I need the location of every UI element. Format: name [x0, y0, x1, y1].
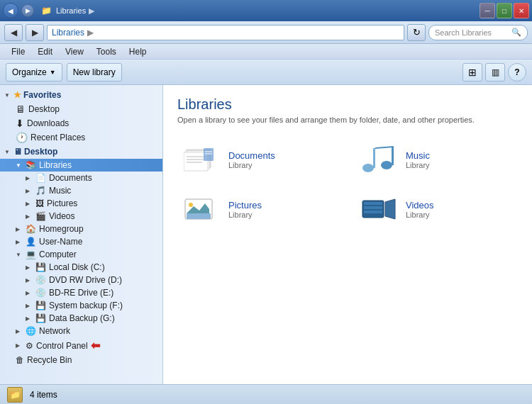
address-path[interactable]: Libraries ▶ — [47, 25, 404, 40]
title-back-btn[interactable]: ◀ — [3, 3, 18, 18]
organize-label: Organize — [12, 67, 47, 77]
system-backup-icon: 💾 — [35, 301, 46, 310]
sidebar-item-videos[interactable]: ▶ 🎬 Videos — [0, 210, 162, 223]
sidebar-item-control-panel[interactable]: ▶ ⚙ Control Panel ⬅ — [0, 337, 162, 354]
sidebar-item-music[interactable]: ▶ 🎵 Music — [0, 184, 162, 197]
username-expand-icon: ▶ — [16, 239, 23, 245]
menu-help[interactable]: Help — [123, 45, 153, 58]
view-icon: ⊞ — [468, 67, 477, 78]
sidebar-item-computer[interactable]: ▼ 💻 Computer — [0, 248, 162, 261]
library-item-videos[interactable]: Videos Library — [355, 188, 518, 230]
sidebar-item-downloads[interactable]: ⬇ Downloads — [0, 116, 162, 130]
recent-places-label: Recent Places — [31, 133, 85, 142]
favorites-header[interactable]: ▼ ★ Favorites — [0, 88, 162, 102]
organize-arrow: ▼ — [50, 69, 56, 76]
sidebar-item-documents[interactable]: ▶ 📄 Documents — [0, 172, 162, 184]
window-title-text: Libraries — [56, 6, 86, 15]
svg-point-10 — [381, 161, 392, 169]
documents-lib-name: Documents — [228, 150, 275, 161]
sidebar-item-dvd-drive[interactable]: ▶ 💿 DVD RW Drive (D:) — [0, 274, 162, 286]
pictures-library-icon — [183, 193, 220, 225]
svg-point-17 — [189, 203, 193, 207]
minimize-button[interactable]: ─ — [480, 3, 495, 18]
title-bar: ◀ ▶ 📁 Libraries ▶ ─ □ ✕ — [0, 0, 532, 21]
sidebar-item-bd-drive[interactable]: ▶ 💿 BD-RE Drive (E:) — [0, 286, 162, 299]
sidebar-item-desktop[interactable]: 🖥 Desktop — [0, 102, 162, 116]
menu-tools[interactable]: Tools — [91, 45, 122, 58]
svg-rect-21 — [364, 206, 382, 209]
sidebar-item-local-disk[interactable]: ▶ 💾 Local Disk (C:) — [0, 261, 162, 274]
refresh-icon: ↻ — [413, 27, 421, 38]
favorites-star-icon: ★ — [13, 90, 21, 100]
dvd-expand-icon: ▶ — [26, 277, 33, 284]
back-button[interactable]: ◀ — [4, 24, 23, 41]
user-icon: 👤 — [26, 237, 36, 247]
documents-lib-info: Documents Library — [228, 150, 275, 169]
close-button[interactable]: ✕ — [514, 3, 529, 18]
favorites-expand-icon: ▼ — [4, 92, 11, 99]
organize-button[interactable]: Organize ▼ — [6, 63, 62, 82]
music-expand-icon: ▶ — [26, 188, 33, 194]
desktop-section: ▼ 🖥 Desktop ▼ 📚 Libraries ▶ 📄 Documents … — [0, 145, 162, 366]
music-lib-name: Music — [406, 150, 430, 161]
svg-rect-12 — [392, 147, 394, 165]
videos-icon: 🎬 — [35, 211, 46, 221]
sidebar-item-username[interactable]: ▶ 👤 User-Name — [0, 235, 162, 248]
sidebar-item-libraries[interactable]: ▼ 📚 Libraries — [0, 159, 162, 172]
menu-view[interactable]: View — [60, 45, 89, 58]
menu-edit[interactable]: Edit — [32, 45, 58, 58]
sidebar: ▼ ★ Favorites 🖥 Desktop ⬇ Downloads 🕐 Re… — [0, 85, 163, 384]
desktop-header[interactable]: ▼ 🖥 Desktop — [0, 145, 162, 159]
path-label: Libraries — [52, 28, 84, 38]
sidebar-item-data-backup[interactable]: ▶ 💾 Data Backup (G:) — [0, 312, 162, 325]
videos-lib-name: Videos — [406, 200, 434, 211]
svg-rect-22 — [364, 211, 382, 213]
libraries-expand-icon: ▼ — [16, 162, 23, 169]
forward-button[interactable]: ▶ — [26, 24, 44, 41]
sidebar-item-homegroup[interactable]: ▶ 🏠 Homegroup — [0, 223, 162, 235]
local-disk-label: Local Disk (C:) — [49, 262, 105, 272]
library-item-music[interactable]: Music Library — [355, 138, 518, 181]
videos-library-icon — [360, 193, 397, 225]
network-label: Network — [39, 326, 70, 336]
svg-marker-19 — [385, 199, 395, 219]
new-library-button[interactable]: New library — [67, 63, 122, 82]
documents-icon: 📄 — [35, 173, 46, 183]
pictures-icon: 🖼 — [35, 198, 44, 208]
homegroup-label: Homegroup — [39, 224, 84, 234]
music-lib-info: Music Library — [406, 150, 430, 169]
maximize-button[interactable]: □ — [497, 3, 512, 18]
documents-expand-icon: ▶ — [26, 175, 33, 181]
computer-icon: 💻 — [26, 249, 36, 259]
sidebar-item-system-backup[interactable]: ▶ 💾 System backup (F:) — [0, 299, 162, 312]
refresh-button[interactable]: ↻ — [407, 24, 426, 41]
sidebar-item-network[interactable]: ▶ 🌐 Network — [0, 325, 162, 337]
sidebar-item-recent-places[interactable]: 🕐 Recent Places — [0, 130, 162, 145]
content-pane: Libraries Open a library to see your fil… — [163, 85, 532, 384]
view-toggle-button[interactable]: ⊞ — [462, 63, 482, 82]
sidebar-item-recycle-bin[interactable]: 🗑 Recycle Bin — [0, 354, 162, 366]
library-item-pictures[interactable]: Pictures Library — [177, 188, 340, 230]
data-backup-icon: 💾 — [35, 313, 46, 323]
bd-label: BD-RE Drive (E:) — [49, 288, 113, 298]
downloads-icon: ⬇ — [16, 118, 24, 129]
menu-file[interactable]: File — [6, 45, 31, 58]
dvd-icon: 💿 — [35, 275, 46, 285]
preview-button[interactable]: ▥ — [485, 63, 505, 82]
preview-icon: ▥ — [492, 67, 499, 77]
title-forward-btn[interactable]: ▶ — [21, 4, 34, 17]
music-lib-type: Library — [406, 161, 430, 169]
search-box[interactable]: Search Libraries 🔍 — [428, 25, 528, 40]
documents-lib-type: Library — [228, 161, 275, 169]
svg-rect-6 — [204, 148, 214, 161]
library-item-documents[interactable]: Documents Library — [177, 138, 340, 181]
svg-rect-11 — [373, 148, 375, 168]
status-folder-icon: 📁 — [7, 387, 23, 403]
videos-lib-info: Videos Library — [406, 200, 434, 219]
help-button[interactable]: ? — [508, 63, 526, 82]
status-bar: 📁 4 items — [0, 384, 532, 404]
title-bar-left: ◀ ▶ 📁 Libraries ▶ — [3, 3, 94, 18]
desktop-header-label: Desktop — [24, 147, 57, 157]
favorites-label: Favorites — [23, 90, 61, 100]
sidebar-item-pictures[interactable]: ▶ 🖼 Pictures — [0, 197, 162, 210]
